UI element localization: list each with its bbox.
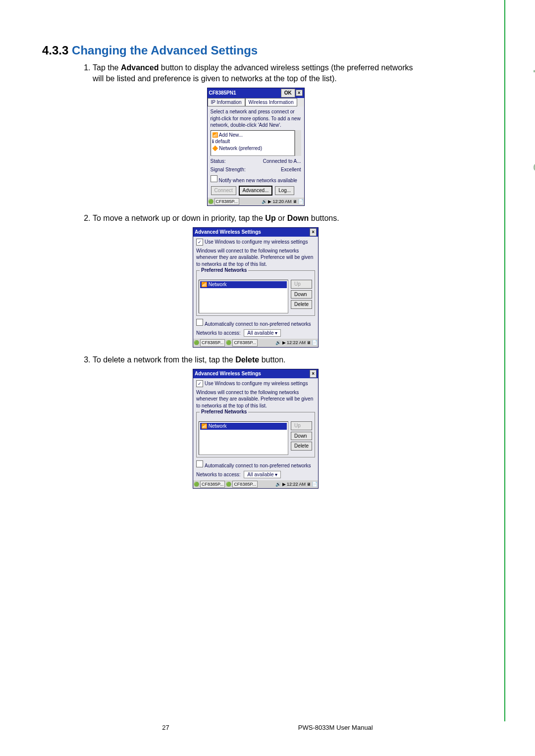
preferred-list[interactable]: 📶 Network [199, 421, 288, 455]
network-list[interactable]: 📶 Add New... ℹ default 🔶 Network (prefer… [211, 130, 295, 156]
start-icon[interactable]: 🟢 [208, 199, 214, 204]
window-title: Advanced Wireless Settings [195, 229, 261, 236]
group-legend: Preferred Networks [200, 267, 248, 274]
tab-bar: IP Information Wireless Information [208, 98, 304, 107]
window-titlebar: Advanced Wireless Settings × [193, 369, 318, 378]
delete-button[interactable]: Delete [291, 300, 312, 309]
close-icon[interactable]: × [310, 370, 317, 378]
kb-icon[interactable]: 📄 [312, 340, 318, 346]
group-legend: Preferred Networks [200, 408, 248, 415]
tab-wireless-information[interactable]: Wireless Information [245, 98, 297, 107]
advanced-button[interactable]: Advanced... [239, 186, 273, 196]
section-title: Changing the Advanced Settings [72, 44, 258, 57]
hint-text: Select a network and press connect or ri… [211, 108, 301, 129]
taskbar-app[interactable]: CF8385P... [200, 481, 225, 488]
up-button[interactable]: Up [291, 280, 312, 289]
tab-ip-information[interactable]: IP Information [208, 98, 245, 107]
page-number: 27 [162, 724, 169, 731]
auto-row: Automatically connect to non-preferred n… [196, 460, 315, 469]
section-number: 4.3.3 [42, 44, 68, 57]
desc-text: Windows will connect to the following ne… [196, 248, 315, 268]
taskbar: 🟢 CF8385P... 🟢 CF8385P... 🔊 ▶ 12:22 AM 🖥… [193, 339, 318, 347]
preferred-networks-group: Preferred Networks 📶 Network Up Down Del… [196, 270, 315, 316]
taskbar: 🟢 CF8385P... 🔊 ▶ 12:20 AM 🖥 📄 [208, 198, 304, 205]
page: Chapter 4 Getting Connected 4.3.3 Changi… [0, 0, 535, 756]
tray-icons: 🔊 ▶ [262, 199, 272, 204]
kb-icon[interactable]: 📄 [298, 199, 304, 204]
use-windows-row: ✓Use Windows to configure my wireless se… [196, 239, 315, 246]
kb-icon[interactable]: 📄 [312, 481, 318, 487]
section-heading: 4.3.3 Changing the Advanced Settings [42, 44, 500, 57]
delete-button[interactable]: Delete [291, 442, 312, 451]
panel: ✓Use Windows to configure my wireless se… [193, 378, 318, 481]
taskbar-app[interactable]: CF8385P... [232, 339, 257, 346]
access-row: Networks to access: All available ▾ [196, 329, 315, 337]
status-row: Status:Connected to A... [211, 158, 301, 165]
list-item[interactable]: ℹ default [212, 138, 293, 145]
page-footer: 27 PWS-8033M User Manual [0, 724, 535, 731]
list-item[interactable]: 📶 Add New... [212, 132, 293, 139]
taskbar-app[interactable]: CF8385P... [214, 198, 239, 205]
window-title: CF8385PN1 [209, 90, 236, 97]
use-windows-row: ✓Use Windows to configure my wireless se… [196, 380, 315, 387]
list-item[interactable]: 🔶 Network (preferred) [212, 145, 293, 152]
list-item[interactable]: 📶 Network [200, 423, 287, 430]
taskbar: 🟢 CF8385P... 🟢 CF8385P... 🔊 ▶ 12:22 AM 🖥… [193, 480, 318, 488]
screenshot-advanced-1: Advanced Wireless Settings × ✓Use Window… [193, 227, 319, 347]
tray-icons: 🔊 ▶ [275, 481, 286, 487]
preferred-list[interactable]: 📶 Network [199, 280, 288, 313]
start-icon[interactable]: 🟢 [226, 340, 231, 346]
manual-title: PWS-8033M User Manual [298, 724, 373, 731]
auto-row: Automatically connect to non-preferred n… [196, 319, 315, 328]
down-button[interactable]: Down [291, 290, 312, 299]
right-rail [504, 0, 505, 721]
down-button[interactable]: Down [291, 432, 312, 441]
notify-row: Notify when new networks available [211, 175, 301, 184]
panel: ✓Use Windows to configure my wireless se… [193, 237, 318, 339]
step-1: Tap the Advanced button to display the a… [93, 62, 419, 206]
window-title: Advanced Wireless Settings [195, 370, 261, 377]
tray-icons: 🔊 ▶ [275, 340, 286, 346]
chapter-tab: Chapter 4 Getting Connected [533, 40, 535, 258]
taskbar-clock: 12:22 AM [287, 481, 306, 487]
start-icon[interactable]: 🟢 [194, 340, 199, 346]
auto-checkbox[interactable] [196, 460, 203, 467]
list-item[interactable]: 📶 Network [200, 281, 287, 288]
body-column: Tap the Advanced button to display the a… [82, 62, 419, 489]
use-windows-checkbox[interactable]: ✓ [196, 380, 203, 387]
close-icon[interactable]: × [296, 90, 303, 96]
window-titlebar: CF8385PN1 OK× [208, 88, 304, 98]
taskbar-clock: 12:22 AM [287, 340, 306, 346]
steps-list: Tap the Advanced button to display the a… [82, 62, 419, 489]
signal-row: Signal Strength:Excellent [211, 166, 301, 173]
log-button[interactable]: Log... [275, 186, 294, 195]
notify-checkbox[interactable] [211, 175, 217, 182]
screenshot-advanced-2: Advanced Wireless Settings × ✓Use Window… [193, 369, 319, 489]
panel: Select a network and press connect or ri… [208, 106, 304, 198]
desktop-icon[interactable]: 🖥 [293, 199, 297, 204]
desktop-icon[interactable]: 🖥 [307, 481, 311, 487]
scrollbar[interactable] [295, 130, 301, 156]
desktop-icon[interactable]: 🖥 [307, 340, 311, 346]
screenshot-wireless-info: CF8385PN1 OK× IP Information Wireless In… [207, 88, 305, 206]
connect-button[interactable]: Connect [211, 186, 236, 195]
access-dropdown[interactable]: All available ▾ [244, 471, 281, 479]
taskbar-app[interactable]: CF8385P... [232, 481, 257, 488]
start-icon[interactable]: 🟢 [194, 481, 199, 487]
preferred-networks-group: Preferred Networks 📶 Network Up Down Del… [196, 412, 315, 457]
close-icon[interactable]: × [310, 228, 317, 236]
auto-checkbox[interactable] [196, 319, 203, 326]
step-3: To delete a network from the list, tap t… [93, 354, 419, 489]
button-row: Connect Advanced... Log... [211, 186, 301, 196]
desc-text: Windows will connect to the following ne… [196, 389, 315, 409]
taskbar-app[interactable]: CF8385P... [200, 339, 225, 346]
access-row: Networks to access: All available ▾ [196, 471, 315, 479]
ok-button[interactable]: OK [281, 89, 295, 98]
up-button[interactable]: Up [291, 421, 312, 430]
access-dropdown[interactable]: All available ▾ [244, 329, 281, 337]
window-titlebar: Advanced Wireless Settings × [193, 228, 318, 237]
step-2: To move a network up or down in priority… [93, 213, 419, 348]
start-icon[interactable]: 🟢 [226, 481, 231, 487]
taskbar-clock: 12:20 AM [272, 199, 291, 204]
use-windows-checkbox[interactable]: ✓ [196, 239, 203, 246]
